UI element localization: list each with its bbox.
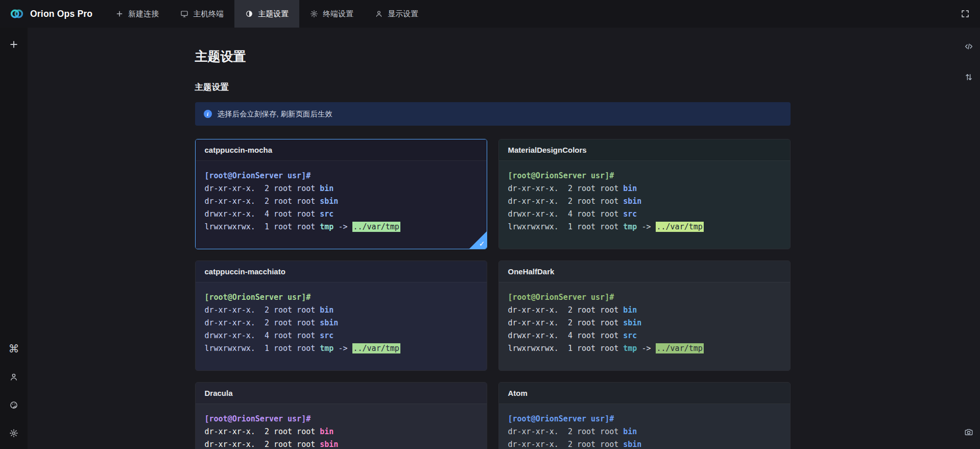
terminal-line: dr-xr-xr-x. 2 root root bin — [508, 304, 781, 317]
check-icon: ✓ — [479, 240, 485, 248]
terminal-line: dr-xr-xr-x. 2 root root bin — [508, 426, 781, 438]
nav-item-new-connection[interactable]: 新建连接 — [105, 0, 170, 28]
terminal-line: dr-xr-xr-x. 2 root root bin — [508, 182, 781, 195]
theme-icon — [245, 10, 253, 18]
symlink-name: tmp — [623, 344, 637, 353]
dir-name: sbin — [320, 318, 338, 327]
theme-card-Atom[interactable]: Atom[root@OrionServer usr]#dr-xr-xr-x. 2… — [498, 382, 791, 449]
terminal-prompt: [root@OrionServer usr]# — [205, 291, 477, 304]
plus-icon — [9, 39, 19, 50]
theme-name: OneHalfDark — [499, 261, 790, 282]
dir-name: bin — [623, 427, 637, 436]
terminal-line: dr-xr-xr-x. 2 root root sbin — [205, 195, 477, 208]
nav-item-host-terminal[interactable]: 主机终端 — [170, 0, 234, 28]
theme-card-MaterialDesignColors[interactable]: MaterialDesignColors[root@OrionServer us… — [498, 139, 791, 249]
nav-item-label: 主机终端 — [193, 9, 224, 19]
terminal-preview: [root@OrionServer usr]#dr-xr-xr-x. 2 roo… — [196, 282, 487, 370]
plus-button[interactable] — [5, 36, 22, 53]
theme-card-catppuccin-mocha[interactable]: catppuccin-mocha[root@OrionServer usr]#d… — [195, 139, 487, 249]
navbar-menu: 新建连接主机终端主题设置终端设置显示设置 — [105, 0, 429, 28]
nav-item-display-settings[interactable]: 显示设置 — [364, 0, 429, 28]
terminal-line: dr-xr-xr-x. 2 root root bin — [205, 304, 477, 317]
section-title: 主题设置 — [195, 82, 791, 93]
terminal-preview: [root@OrionServer usr]#dr-xr-xr-x. 2 roo… — [196, 161, 487, 249]
terminal-prompt: [root@OrionServer usr]# — [508, 413, 781, 426]
code-button[interactable] — [960, 38, 977, 55]
user-button[interactable] — [5, 368, 22, 386]
sort-button[interactable] — [960, 68, 977, 86]
terminal-line: lrwxrwxrwx. 1 root root tmp -> ../var/tm… — [508, 221, 781, 233]
symlink-name: tmp — [623, 222, 637, 231]
right-rail — [958, 28, 980, 449]
terminal-line: lrwxrwxrwx. 1 root root tmp -> ../var/tm… — [205, 221, 477, 233]
terminal-line: drwxr-xr-x. 4 root root src — [508, 208, 781, 221]
terminal-line: lrwxrwxrwx. 1 root root tmp -> ../var/tm… — [508, 342, 781, 355]
terminal-line: dr-xr-xr-x. 2 root root sbin — [508, 317, 781, 329]
symlink-name: tmp — [320, 222, 333, 231]
theme-grid: catppuccin-mocha[root@OrionServer usr]#d… — [195, 139, 791, 449]
dir-name: src — [623, 209, 637, 219]
terminal-prompt: [root@OrionServer usr]# — [205, 413, 477, 426]
dir-name: bin — [623, 305, 637, 315]
dir-name: bin — [623, 184, 637, 193]
dir-name: bin — [320, 427, 333, 436]
dir-name: sbin — [623, 197, 641, 206]
sort-icon — [964, 73, 973, 82]
terminal-preview: [root@OrionServer usr]#dr-xr-xr-x. 2 roo… — [196, 404, 487, 449]
dir-name: bin — [320, 184, 333, 193]
terminal-line: dr-xr-xr-x. 2 root root sbin — [205, 438, 477, 449]
symlink-target: ../var/tmp — [656, 222, 704, 232]
terminal-line: dr-xr-xr-x. 2 root root sbin — [205, 317, 477, 329]
right-rail-top — [960, 38, 977, 86]
info-alert-text: 选择后会立刻保存, 刷新页面后生效 — [218, 109, 333, 119]
dir-name: src — [623, 331, 637, 340]
info-icon: i — [204, 110, 212, 118]
dir-name: sbin — [320, 197, 338, 206]
gear-icon — [9, 429, 18, 438]
terminal-icon — [180, 10, 188, 18]
brand[interactable]: Orion Ops Pro — [0, 0, 105, 28]
camera-button[interactable] — [960, 423, 977, 441]
nav-item-label: 新建连接 — [128, 9, 159, 19]
terminal-line: dr-xr-xr-x. 2 root root bin — [205, 426, 477, 438]
dir-name: src — [320, 331, 333, 340]
nav-item-theme-settings[interactable]: 主题设置 — [234, 0, 299, 28]
gear-button[interactable] — [5, 424, 22, 442]
nav-item-terminal-settings[interactable]: 终端设置 — [299, 0, 364, 28]
camera-icon — [964, 428, 973, 437]
terminal-preview: [root@OrionServer usr]#dr-xr-xr-x. 2 roo… — [499, 282, 790, 370]
terminal-prompt: [root@OrionServer usr]# — [205, 170, 477, 182]
theme-card-Dracula[interactable]: Dracula[root@OrionServer usr]#dr-xr-xr-x… — [195, 382, 487, 449]
terminal-line: dr-xr-xr-x. 2 root root sbin — [508, 438, 781, 449]
nav-item-label: 显示设置 — [388, 9, 418, 19]
main-content: 主题设置 主题设置 i 选择后会立刻保存, 刷新页面后生效 catppuccin… — [28, 28, 958, 449]
left-rail: ⌘ — [0, 28, 28, 449]
right-rail-bottom — [960, 423, 977, 441]
symlink-name: tmp — [320, 344, 333, 353]
user-icon — [9, 372, 18, 382]
symlink-target: ../var/tmp — [352, 222, 400, 232]
dir-name: bin — [320, 305, 333, 315]
dir-name: sbin — [623, 318, 641, 327]
theme-card-catppuccin-macchiato[interactable]: catppuccin-macchiato[root@OrionServer us… — [195, 261, 487, 371]
theme-name: Dracula — [196, 383, 487, 404]
left-rail-top — [5, 36, 22, 53]
page-title: 主题设置 — [195, 48, 791, 65]
nav-item-label: 终端设置 — [323, 9, 353, 19]
code-icon — [964, 42, 973, 51]
dir-name: src — [320, 209, 333, 219]
terminal-line: drwxr-xr-x. 4 root root src — [508, 329, 781, 342]
top-navbar: Orion Ops Pro 新建连接主机终端主题设置终端设置显示设置 — [0, 0, 980, 28]
palette-icon — [9, 400, 18, 410]
terminal-line: dr-xr-xr-x. 2 root root sbin — [508, 195, 781, 208]
palette-button[interactable] — [5, 396, 22, 414]
command-button[interactable]: ⌘ — [5, 340, 22, 358]
terminal-line: drwxr-xr-x. 4 root root src — [205, 329, 477, 342]
terminal-line: drwxr-xr-x. 4 root root src — [205, 208, 477, 221]
nav-item-label: 主题设置 — [258, 9, 289, 19]
navbar-right — [961, 0, 980, 28]
left-rail-bottom: ⌘ — [5, 340, 22, 442]
fullscreen-button[interactable] — [961, 9, 970, 18]
symlink-target: ../var/tmp — [656, 343, 704, 353]
theme-card-OneHalfDark[interactable]: OneHalfDark[root@OrionServer usr]#dr-xr-… — [498, 261, 791, 371]
